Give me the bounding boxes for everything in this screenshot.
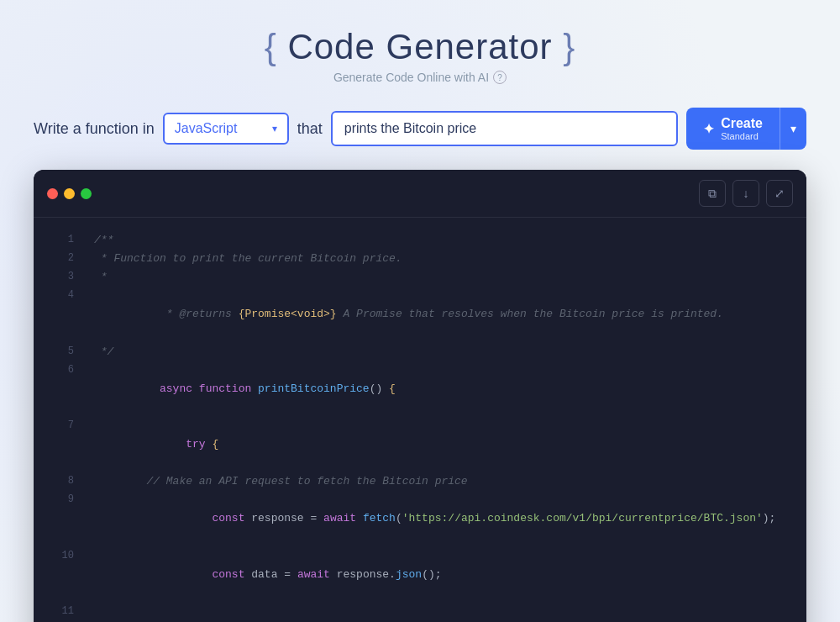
title-text: Code Generator [287, 27, 552, 66]
bracket-left: { [265, 27, 277, 66]
create-dropdown-button[interactable]: ▾ [780, 108, 806, 150]
prompt-input[interactable] [331, 111, 678, 146]
code-line: 5 */ [34, 343, 806, 361]
code-line: 4 * @returns {Promise<void>} A Promise t… [34, 287, 806, 342]
maximize-traffic-light[interactable] [81, 188, 92, 199]
code-line: 1 /** [34, 231, 806, 250]
code-line: 11 [34, 603, 806, 621]
code-line: 7 try { [34, 417, 806, 472]
middle-label: that [297, 120, 323, 138]
page-wrapper: { Code Generator } Generate Code Online … [0, 0, 840, 622]
copy-button[interactable]: ⧉ [699, 180, 726, 207]
code-line: 3 * [34, 268, 806, 287]
input-row: Write a function in JavaScript ▾ that ✦ … [34, 108, 806, 150]
create-label-wrap: Create Standard [721, 116, 763, 141]
prefix-label: Write a function in [34, 120, 155, 138]
code-body: 1 /** 2 * Function to print the current … [34, 218, 806, 622]
code-line: 9 const response = await fetch('https://… [34, 491, 806, 546]
page-title: { Code Generator } [265, 27, 576, 67]
editor-actions: ⧉ ↓ ⤢ [699, 180, 793, 207]
create-button-group: ✦ Create Standard ▾ [686, 108, 806, 150]
expand-button[interactable]: ⤢ [766, 180, 793, 207]
code-line: 10 const data = await response.json(); [34, 547, 806, 603]
code-editor: ⧉ ↓ ⤢ 1 /** 2 * Function to print the cu… [34, 170, 806, 622]
bracket-right: } [563, 27, 575, 66]
code-line: 6 async function printBitcoinPrice() { [34, 361, 806, 417]
chevron-down-icon: ▾ [272, 123, 277, 134]
spark-icon: ✦ [703, 121, 714, 137]
language-selector[interactable]: JavaScript ▾ [163, 113, 289, 145]
subtitle-row: Generate Code Online with AI ? [265, 71, 576, 84]
create-sublabel: Standard [721, 131, 759, 141]
minimize-traffic-light[interactable] [64, 188, 75, 199]
close-traffic-light[interactable] [47, 188, 58, 199]
language-value: JavaScript [175, 121, 238, 136]
help-icon[interactable]: ? [493, 71, 507, 84]
code-line: 8 // Make an API request to fetch the Bi… [34, 472, 806, 491]
code-line: 2 * Function to print the current Bitcoi… [34, 250, 806, 268]
traffic-lights [47, 188, 92, 199]
create-button[interactable]: ✦ Create Standard [686, 108, 780, 150]
subtitle-text: Generate Code Online with AI [333, 71, 489, 84]
page-header: { Code Generator } Generate Code Online … [265, 27, 576, 84]
download-button[interactable]: ↓ [732, 180, 759, 207]
create-label: Create [721, 116, 763, 131]
editor-titlebar: ⧉ ↓ ⤢ [34, 170, 806, 218]
